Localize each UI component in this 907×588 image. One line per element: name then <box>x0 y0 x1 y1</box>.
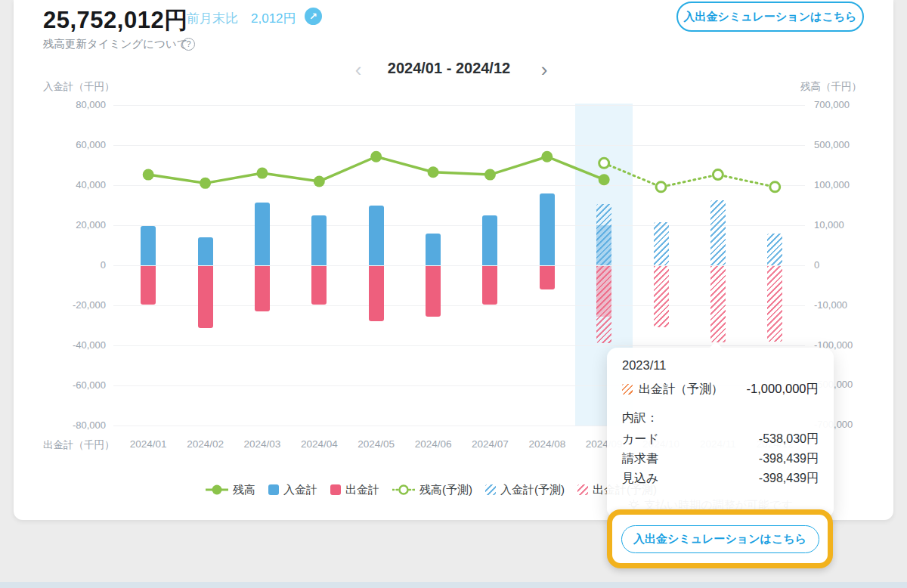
tooltip-breakdown-rows: カード-538,030円請求書-398,439円見込み-398,439円 <box>622 429 819 488</box>
left-axis-tick-label: 20,000 <box>30 219 106 231</box>
chart-tooltip: 2023/11 出金計（予測） -1,000,000円 内訳： カード-538,… <box>607 348 834 518</box>
legend-item-hatch-blue[interactable]: 入金計(予測) <box>485 483 565 497</box>
tooltip-arrow <box>710 342 722 348</box>
x-axis-tick-label: 2024/04 <box>292 438 346 450</box>
left-axis-tick-label: -60,000 <box>30 379 106 391</box>
breakdown-item-label: カード <box>622 429 659 449</box>
simulation-cta-highlight: 入出金シミュレーションはこちら <box>607 509 833 568</box>
right-axis-title: 残高（千円） <box>790 80 862 94</box>
legend-item-line-circle[interactable]: 残高(予測) <box>392 483 472 497</box>
balance-forecast-point[interactable] <box>656 182 666 192</box>
left-axis-tick-label: 80,000 <box>30 99 106 110</box>
balance-legend-icon <box>206 484 228 496</box>
tooltip-breakdown-row: カード-538,030円 <box>622 429 819 449</box>
legend-swatch-icon <box>577 484 588 495</box>
legend-item-line-dot[interactable]: 残高 <box>206 483 255 497</box>
tooltip-breakdown-row: 請求書-398,439円 <box>622 449 819 469</box>
breakdown-item-value: -398,439円 <box>759 449 819 469</box>
right-axis-tick-label: 10,000 <box>814 219 844 231</box>
x-axis-tick-label: 2024/05 <box>349 438 404 450</box>
x-axis-tick-label: 2024/08 <box>520 438 574 450</box>
balance-forecast-point[interactable] <box>770 182 780 192</box>
tooltip-breakdown-label: 内訳： <box>622 410 819 426</box>
balance-update-note: 残高更新タイミングについて <box>43 37 188 51</box>
balance-point[interactable] <box>541 151 553 162</box>
balance-amount: 25,752,012円 <box>43 5 188 36</box>
tooltip-main-value: -1,000,000円 <box>747 381 819 398</box>
tooltip-main-label: 出金計（予測） <box>639 382 723 398</box>
right-axis-tick-label: 0 <box>814 259 819 271</box>
balance-point[interactable] <box>256 168 268 179</box>
left-axis-tick-label: 0 <box>30 259 106 271</box>
legend-label: 残高 <box>233 483 255 497</box>
balance-point[interactable] <box>370 151 382 162</box>
x-axis-tick-label: 2024/02 <box>178 438 233 450</box>
balance-point[interactable] <box>143 169 154 181</box>
outgo-forecast-swatch-icon <box>622 384 633 395</box>
balance-point[interactable] <box>599 174 610 185</box>
x-axis-tick-label: 2024/07 <box>463 438 517 450</box>
left-axis-tick-label: -40,000 <box>30 339 106 351</box>
legend-label: 入金計 <box>283 483 317 497</box>
right-axis-tick-label: 500,000 <box>814 139 850 150</box>
breakdown-item-label: 請求書 <box>622 449 658 469</box>
left-axis-tick-label: -80,000 <box>30 419 106 431</box>
left-axis-tick-label: 60,000 <box>30 139 106 150</box>
balance-point[interactable] <box>314 175 325 187</box>
legend-swatch-icon <box>485 484 496 495</box>
trend-up-icon: ↗ <box>305 8 322 25</box>
left-axis-title: 入金計（千円） <box>43 80 115 94</box>
right-axis-tick-label: 700,000 <box>814 99 850 110</box>
left-axis-bottom-title: 出金計（千円） <box>43 438 115 452</box>
help-icon[interactable]: ? <box>182 38 195 51</box>
screen: 25,752,012円 前月末比 2,012円 ↗ 残高更新タイミングについて … <box>0 0 907 588</box>
breakdown-item-value: -398,439円 <box>759 469 819 488</box>
balance-point[interactable] <box>200 178 211 189</box>
legend-item-square-blue[interactable]: 入金計 <box>268 483 317 497</box>
left-axis-tick-label: -20,000 <box>30 299 106 311</box>
right-axis-tick-label: 100,000 <box>814 179 850 190</box>
legend-label: 入金計(予測) <box>500 483 565 497</box>
balance-forecast-point[interactable] <box>599 158 609 168</box>
balance-forecast-line <box>604 163 775 187</box>
breakdown-item-value: -538,030円 <box>759 429 819 449</box>
tooltip-main-row: 出金計（予測） -1,000,000円 <box>622 381 819 398</box>
x-axis-tick-label: 2024/03 <box>235 438 289 450</box>
left-axis-tick-label: 40,000 <box>30 179 106 190</box>
legend-swatch-icon <box>268 484 279 495</box>
tooltip-month: 2023/11 <box>622 358 819 373</box>
compare-prev-month-value: 2,012円 <box>251 10 296 27</box>
bottom-strip <box>0 582 907 588</box>
compare-prev-month-label: 前月末比 <box>187 10 238 27</box>
legend-label: 出金計 <box>345 483 379 497</box>
balance-forecast-legend-icon <box>392 484 415 496</box>
legend-swatch-icon <box>330 484 341 495</box>
period-range-label: 2024/01 - 2024/12 <box>363 60 535 77</box>
simulation-button-top[interactable]: 入出金シミュレーションはこちら <box>676 2 864 32</box>
tooltip-breakdown-row: 見込み-398,439円 <box>622 469 819 488</box>
right-axis-tick-label: -10,000 <box>814 299 847 311</box>
legend-label: 残高(予測) <box>419 483 472 497</box>
legend-item-square-red[interactable]: 出金計 <box>330 483 379 497</box>
balance-forecast-point[interactable] <box>713 170 723 180</box>
x-axis-tick-label: 2024/06 <box>406 438 460 450</box>
chart-legend: 残高入金計出金計残高(予測)入金計(予測)出金計(予測) <box>206 481 657 498</box>
balance-point[interactable] <box>428 166 439 178</box>
simulation-button-bottom[interactable]: 入出金シミュレーションはこちら <box>621 525 819 553</box>
balance-point[interactable] <box>484 169 496 181</box>
breakdown-item-label: 見込み <box>622 469 658 488</box>
chevron-right-icon[interactable]: › <box>537 58 552 82</box>
x-axis-tick-label: 2024/01 <box>121 438 175 450</box>
